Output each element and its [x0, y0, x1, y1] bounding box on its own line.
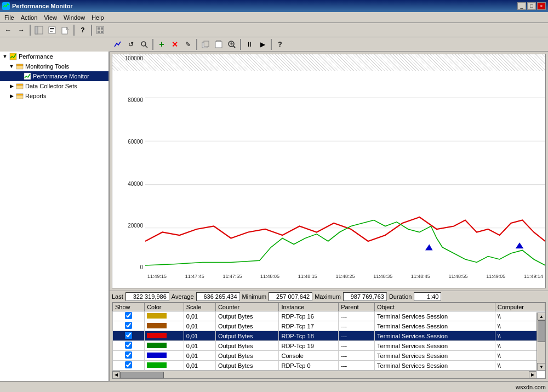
chart-type-button[interactable]	[112, 38, 124, 50]
row-show[interactable]	[113, 341, 145, 351]
menu-file[interactable]: File	[1, 13, 18, 22]
close-button[interactable]: ×	[537, 2, 546, 10]
row-parent: ---	[339, 351, 375, 361]
show-hide-tree-button[interactable]	[33, 24, 45, 36]
table-row[interactable]: 0,01 Output Bytes RDP-Tcp 17 --- Termina…	[113, 321, 545, 331]
edit-counter-button[interactable]: ✎	[182, 38, 194, 50]
left-panel: ▼ Performance ▼ Monitoring Tools Perform…	[0, 52, 110, 381]
scroll-down-button[interactable]: ▼	[537, 363, 546, 371]
row-parent: ---	[339, 311, 375, 321]
play-button[interactable]: ▶	[256, 38, 269, 50]
svg-rect-9	[101, 27, 103, 30]
row-show[interactable]	[113, 321, 145, 331]
table-row[interactable]: 0,01 Output Bytes Console --- Terminal S…	[113, 351, 545, 361]
row-object: Terminal Services Session	[375, 351, 495, 361]
row-show[interactable]	[113, 351, 145, 361]
properties-button[interactable]	[46, 24, 58, 36]
row-show[interactable]	[113, 331, 145, 341]
maximum-label: Maximum	[315, 293, 341, 300]
y-label-0: 0	[115, 264, 143, 270]
table-row[interactable]: 0,01 Output Bytes RDP-Tcp 16 --- Termina…	[113, 311, 545, 321]
performance-icon	[9, 52, 18, 61]
expand-icon	[15, 73, 23, 79]
table-row[interactable]: 0,01 Output Bytes RDP-Tcp 19 --- Termina…	[113, 341, 545, 351]
col-show: Show	[113, 303, 145, 311]
col-parent: Parent	[339, 303, 375, 311]
minimum-value: 257 007,642	[269, 292, 312, 301]
add-counter-button[interactable]: +	[156, 38, 168, 50]
pause-button[interactable]: ⏸	[243, 38, 255, 50]
paste-button[interactable]	[213, 38, 225, 50]
back-button[interactable]: ←	[2, 24, 14, 36]
svg-rect-25	[24, 73, 31, 79]
scroll-right-button[interactable]: ▶	[529, 371, 536, 379]
table-row[interactable]: 0,01 Output Bytes RDP-Tcp 0 --- Terminal…	[113, 361, 545, 371]
x-label-1: 11:47:45	[185, 274, 204, 288]
svg-rect-4	[50, 30, 54, 30]
forward-button[interactable]: →	[15, 24, 27, 36]
row-counter: Output Bytes	[215, 351, 279, 361]
scroll-left-button[interactable]: ◀	[112, 371, 120, 379]
y-label-20000: 20000	[115, 223, 143, 229]
row-instance: RDP-Tcp 16	[279, 311, 339, 321]
tree-item-data-collector-sets[interactable]: ▶ Data Collector Sets	[0, 81, 109, 91]
tree-item-reports[interactable]: ▶ Reports	[0, 91, 109, 101]
separator7	[271, 39, 272, 50]
row-show[interactable]	[113, 361, 145, 371]
status-bar: wsxdn.com	[0, 381, 548, 392]
title-bar-text: Performance Monitor	[12, 3, 515, 9]
x-label-3: 11:48:05	[260, 274, 279, 288]
menu-view[interactable]: View	[41, 13, 60, 22]
menu-help[interactable]: Help	[88, 13, 107, 22]
col-counter: Counter	[215, 303, 279, 311]
svg-rect-11	[101, 31, 103, 33]
tree-item-performance-monitor[interactable]: Performance Monitor	[0, 71, 109, 81]
svg-rect-3	[50, 28, 54, 29]
export-button[interactable]	[59, 24, 71, 36]
horizontal-scrollbar[interactable]: ◀ ▶	[112, 371, 536, 378]
col-color: Color	[145, 303, 184, 311]
toolbar2: ↺ + ✕ ✎ ⏸ ▶ ?	[110, 37, 548, 52]
status-right: wsxdn.com	[516, 384, 546, 390]
row-color	[145, 351, 184, 361]
svg-rect-1	[35, 26, 38, 34]
performance-monitor-icon	[23, 72, 32, 81]
stats-bar: Last 322 319,986 Average 636 265,434 Min…	[110, 291, 548, 302]
scrollbar-thumb[interactable]	[538, 320, 545, 342]
svg-rect-22	[10, 53, 16, 60]
snap-button[interactable]	[94, 24, 106, 36]
refresh-button[interactable]: ↺	[125, 38, 137, 50]
row-counter: Output Bytes	[215, 341, 279, 351]
title-bar-buttons[interactable]: _ □ ×	[517, 2, 546, 10]
separator3	[91, 25, 92, 36]
x-label-8: 11:48:55	[449, 274, 468, 288]
menu-action[interactable]: Action	[18, 13, 41, 22]
hscrollbar-thumb[interactable]	[120, 372, 164, 378]
restore-button[interactable]: □	[527, 2, 536, 10]
row-show[interactable]	[113, 311, 145, 321]
scroll-up-button[interactable]: ▲	[537, 313, 546, 320]
tree-item-performance[interactable]: ▼ Performance	[0, 52, 109, 61]
zoom-button[interactable]	[138, 38, 150, 50]
average-label: Average	[172, 293, 194, 300]
delete-counter-button[interactable]: ✕	[169, 38, 181, 50]
minimize-button[interactable]: _	[517, 2, 526, 10]
magnify-button[interactable]	[226, 38, 238, 50]
right-panel: 100000 80000 60000 40000 20000 0	[110, 52, 548, 381]
data-table-container: Show Color Scale Counter Instance Parent…	[112, 302, 546, 379]
help-button[interactable]: ?	[77, 24, 89, 36]
svg-rect-5	[50, 31, 53, 32]
row-color	[145, 341, 184, 351]
chart-x-axis: 11:49:15 11:47:45 11:47:55 11:48:05 11:4…	[145, 271, 545, 288]
vertical-scrollbar[interactable]: ▲ ▼	[536, 313, 545, 371]
copy-button[interactable]	[199, 38, 212, 50]
menu-window[interactable]: Window	[60, 13, 88, 22]
average-value: 636 265,434	[196, 292, 240, 301]
row-instance: RDP-Tcp 0	[279, 361, 339, 371]
row-scale: 0,01	[184, 341, 215, 351]
help2-button[interactable]: ?	[274, 38, 286, 50]
separator5	[196, 39, 197, 50]
y-label-100000: 100000	[115, 55, 143, 61]
tree-item-monitoring-tools[interactable]: ▼ Monitoring Tools	[0, 61, 109, 71]
table-row[interactable]: 0,01 Output Bytes RDP-Tcp 18 --- Termina…	[113, 331, 545, 341]
